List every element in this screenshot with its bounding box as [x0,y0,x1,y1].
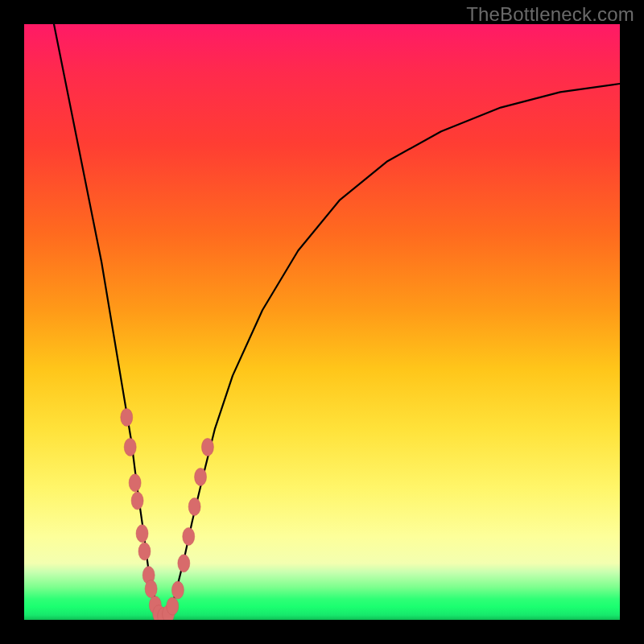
highlight-dot [171,581,184,599]
highlight-dot [167,597,179,615]
highlight-dot [124,438,136,456]
highlight-dot [131,492,143,510]
highlight-dot [121,408,133,426]
highlight-dots [121,408,214,620]
highlight-dot [129,474,141,492]
highlight-dot [183,527,195,545]
highlight-dot [178,555,190,572]
chart-frame: TheBottleneck.com [0,0,644,644]
plot-area [24,24,620,620]
highlight-dot [201,438,213,456]
watermark-text: TheBottleneck.com [466,3,634,26]
highlight-dot [145,580,157,598]
highlight-dot [138,543,151,560]
highlight-dot [195,468,207,485]
highlight-dot [188,497,200,515]
highlight-dot [136,525,148,543]
chart-overlay [24,24,620,620]
